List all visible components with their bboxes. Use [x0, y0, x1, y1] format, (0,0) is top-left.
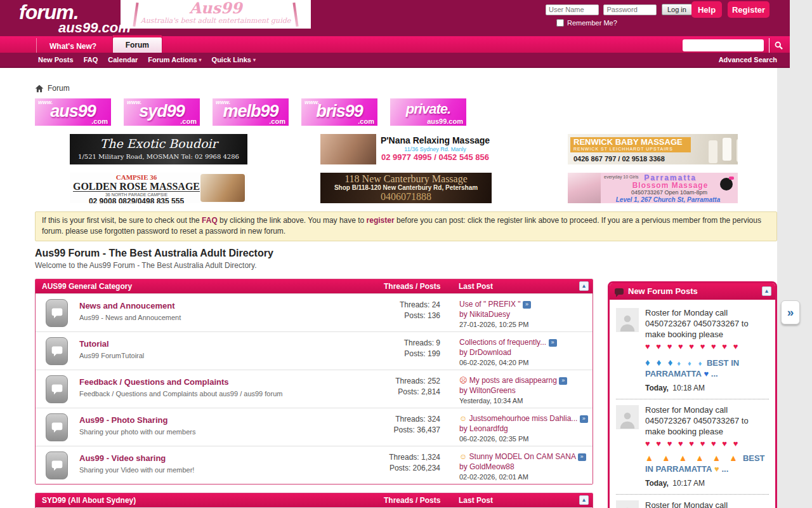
register-button[interactable]: Register	[728, 1, 769, 18]
goto-last-post-icon[interactable]: »	[559, 377, 567, 385]
search-button[interactable]	[769, 38, 788, 53]
ad-photo	[568, 173, 601, 203]
ad-golden-rose-massage[interactable]: CAMPSIE 36 GOLDEN ROSE MASSAGE 36 NORTH …	[70, 173, 247, 203]
ad-pnana-massage[interactable]: P'Nana Relaxing Massage 11/36 Sydney Rd.…	[320, 134, 492, 164]
goto-last-post-icon[interactable]: »	[523, 301, 531, 309]
goto-last-post-icon[interactable]: »	[580, 415, 588, 423]
last-post-author-link[interactable]: by WiltonGreens	[459, 386, 516, 395]
nav-faq[interactable]: FAQ	[84, 56, 98, 64]
ad-renwick-baby-massage[interactable]: RENWICK BABY MASSAGE RENWICK ST LEICHHAR…	[568, 134, 738, 164]
badge-bris99[interactable]: www. bris99 .com	[301, 98, 377, 126]
faq-link[interactable]: FAQ	[202, 216, 218, 225]
login-box: Log in Remember Me?	[546, 3, 692, 27]
posts-count: Posts: 36,437	[358, 425, 440, 436]
ad-address: 1/521 Military Road, MOSMAN Tel: 02 9968…	[70, 153, 247, 160]
posts-count: Posts: 206,234	[358, 463, 440, 474]
ad-subtitle: Blossom Massage	[622, 182, 719, 189]
forum-link[interactable]: Aus99 - Photo Sharing	[79, 415, 167, 425]
badge-syd99[interactable]: www. syd99 .com	[124, 98, 200, 126]
sidebar-post: Roster for Monday call 0450723267 045073…	[616, 399, 769, 495]
diamond-icons: ♦ ♦ ♦	[645, 357, 674, 368]
remember-me-checkbox[interactable]	[556, 19, 564, 27]
login-button[interactable]: Log in	[662, 4, 692, 15]
tab-forum[interactable]: Forum	[112, 35, 162, 54]
last-post-title-link[interactable]: Collections of frequently...	[459, 338, 546, 347]
forum-stats: Threads: 1,324 Posts: 206,234	[358, 446, 459, 484]
ad-title: 118 New Canterbury Massage	[320, 173, 492, 184]
content-area: Forum www. aus99 .com www. syd99 .com ww…	[0, 68, 777, 508]
search-input[interactable]	[683, 39, 764, 51]
collapse-category-button[interactable]: ▴	[579, 281, 589, 291]
last-post-author-link[interactable]: by NikitaDuesy	[459, 310, 510, 319]
last-post-author-link[interactable]: by GoldMeow88	[459, 462, 514, 471]
forum-stats: Threads: 324 Posts: 36,437	[358, 408, 459, 446]
last-post-title-link[interactable]: Use of " PREFIX "	[459, 300, 521, 309]
forum-list: AUS99 General Category Threads / Posts L…	[35, 279, 593, 508]
badge-melb99[interactable]: www. melb99 .com	[213, 98, 289, 126]
forum-icon	[46, 375, 68, 403]
badge-www: www.	[304, 99, 319, 105]
ad-phone: 0406071888	[320, 191, 492, 202]
expand-sidebar-button[interactable]: »	[781, 300, 800, 324]
goto-last-post-icon[interactable]: »	[549, 339, 557, 347]
badge-ext: .com	[269, 117, 285, 125]
ad-phone: 02 9977 4995 / 0452 545 856	[379, 152, 492, 163]
last-post-cell: ☺ Stunny MODEL On CAM SANA » by GoldMeow…	[459, 446, 593, 484]
ad-blossom-massage-parramatta[interactable]: everyday 10 Girls Parramatta Blossom Mas…	[568, 173, 738, 203]
forum-stats: Threads: 252 Posts: 2,814	[358, 370, 459, 408]
forum-link[interactable]: Feedback / Questions and Complaints	[79, 377, 229, 387]
ellipsis: ...	[721, 464, 728, 474]
category-header: SYD99 (All About Sydney) Threads / Posts…	[36, 493, 593, 507]
speech-bubble-icon	[51, 383, 63, 396]
goto-last-post-icon[interactable]: »	[578, 453, 586, 461]
last-post-author-link[interactable]: by Leonardfdg	[459, 424, 508, 433]
forum-link[interactable]: Tutorial	[79, 339, 109, 349]
last-post-cell: ☺ Justsomehourhoe miss Dahlia... » by Le…	[459, 408, 593, 446]
chevron-down-icon: ▾	[253, 57, 256, 63]
breadcrumb-forum-link[interactable]: Forum	[48, 84, 70, 93]
nav-forum-actions[interactable]: Forum Actions	[148, 56, 197, 64]
home-icon[interactable]	[35, 84, 44, 93]
last-post-author-link[interactable]: by DrDownload	[459, 348, 511, 357]
ad-exotic-boudoir[interactable]: The Exotic Boudoir 1/521 Military Road, …	[70, 134, 247, 164]
new-forum-posts-panel: New Forum Posts ▴ Roster for Monday call…	[608, 281, 777, 508]
help-button[interactable]: Help	[691, 1, 722, 18]
aus99-banner[interactable]: Aus99 Australia's best adult entertainme…	[121, 0, 311, 29]
forum-description: Sharing your photo with our members	[79, 428, 358, 436]
collapse-category-button[interactable]: ▴	[579, 495, 589, 505]
collapse-sidebar-button[interactable]: ▴	[762, 286, 771, 296]
ad-phone: 0426 867 797 / 02 9518 3368	[573, 155, 665, 163]
person-silhouette-icon	[618, 504, 637, 508]
register-link[interactable]: register	[367, 216, 395, 225]
post-date-day: Today,	[645, 479, 669, 488]
nav-quick-links[interactable]: Quick Links	[212, 56, 251, 64]
sidebar-post: Roster for Monday call 0450723267 045073…	[616, 495, 769, 508]
forum-link[interactable]: News and Annoucement	[79, 301, 174, 311]
username-input[interactable]	[546, 4, 599, 15]
category-aus99-general: AUS99 General Category Threads / Posts L…	[35, 279, 593, 485]
ellipsis: ...	[711, 369, 718, 378]
password-input[interactable]	[603, 4, 657, 15]
site-logo[interactable]: forum. aus99.com	[19, 2, 131, 35]
badge-private-aus99[interactable]: private. aus99.com	[390, 98, 466, 126]
last-post-title-link[interactable]: Justsomehourhoe miss Dahlia...	[469, 414, 578, 423]
sidebar: New Forum Posts ▴ Roster for Monday call…	[608, 279, 777, 508]
notice-text: If this is your first visit, be sure to …	[42, 216, 202, 225]
column-threads-posts: Threads / Posts	[357, 496, 459, 505]
nav-new-posts[interactable]: New Posts	[38, 56, 74, 64]
forum-link[interactable]: Aus99 - Video sharing	[79, 453, 166, 463]
ad-address: Level 1, 267 Church St, Parramatta	[598, 196, 738, 203]
ad-banner-row-2: CAMPSIE 36 GOLDEN ROSE MASSAGE 36 NORTH …	[35, 173, 777, 203]
forum-row-photo-sharing: Aus99 - Photo Sharing Sharing your photo…	[36, 408, 593, 446]
ad-118-new-canterbury-massage[interactable]: 118 New Canterbury Massage Shop B/118-12…	[320, 173, 492, 203]
nav-calendar[interactable]: Calendar	[108, 56, 138, 64]
person-silhouette-icon	[618, 409, 637, 429]
advanced-search-link[interactable]: Advanced Search	[719, 56, 777, 64]
remember-me-label: Remember Me?	[567, 19, 617, 27]
last-post-title-link[interactable]: My posts are disappearng	[469, 376, 557, 385]
last-post-title-link[interactable]: Stunny MODEL On CAM SANA	[469, 452, 576, 461]
search-icon	[774, 41, 783, 50]
badge-aus99[interactable]: www. aus99 .com	[35, 98, 111, 126]
ad-phone: 02 9008 0829/0498 835 555	[70, 197, 203, 203]
post-title: Roster for Monday call 0450723267 045073…	[645, 308, 749, 339]
